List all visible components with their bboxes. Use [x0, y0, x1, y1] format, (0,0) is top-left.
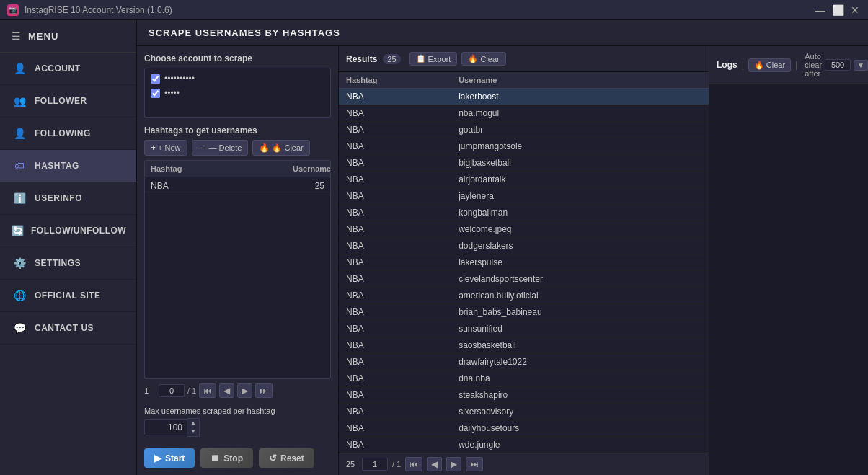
result-hashtag-cell: NBA — [339, 337, 451, 354]
export-button[interactable]: 📋 Export — [409, 52, 458, 66]
sidebar-item-account[interactable]: 👤 ACCOUNT — [0, 53, 136, 85]
row-spacer — [694, 271, 709, 288]
clear-logs-button[interactable]: 🔥 Clear — [748, 58, 791, 72]
results-table-row[interactable]: NBAnba.mogul — [339, 105, 709, 122]
results-table-row[interactable]: NBAsaosbasketball — [339, 337, 709, 354]
results-table-row[interactable]: NBAwde.jungle — [339, 437, 709, 453]
results-table-row[interactable]: NBAdailyhousetours — [339, 420, 709, 437]
sidebar-item-contactus[interactable]: 💬 CANTACT US — [0, 312, 136, 345]
results-table-row[interactable]: NBAdna.nba — [339, 370, 709, 387]
hashtag-table-row[interactable]: NBA 25 — [145, 177, 330, 195]
sidebar-item-settings[interactable]: ⚙️ SETTINGS — [0, 247, 136, 280]
results-page-input[interactable] — [362, 458, 388, 471]
sidebar-item-follower[interactable]: 👥 FOLLOWER — [0, 85, 136, 117]
results-table-row[interactable]: NBAsteakshapiro — [339, 387, 709, 404]
results-table-row[interactable]: NBAwelcome.jpeg — [339, 221, 709, 238]
account-row[interactable]: ••••• — [148, 86, 327, 100]
result-username-cell: dailyhousetours — [451, 420, 694, 437]
sidebar-item-followunfollow[interactable]: 🔄 FOLLOW/UNFOLLOW — [0, 215, 136, 247]
results-table-row[interactable]: NBAsixersadvisory — [339, 404, 709, 420]
count-cell: 25 — [287, 177, 330, 195]
row-spacer — [694, 321, 709, 337]
results-table-row[interactable]: NBAsunsunified — [339, 321, 709, 337]
restore-button[interactable]: ⬜ — [832, 4, 843, 16]
sidebar-item-officialsite[interactable]: 🌐 OFFICIAL SITE — [0, 280, 136, 312]
row-spacer — [694, 337, 709, 354]
results-table-row[interactable]: NBAamerican.bully.oficial — [339, 288, 709, 304]
first-page-button[interactable]: ⏮ — [199, 383, 216, 398]
row-spacer — [694, 254, 709, 271]
sidebar-item-label: ACCOUNT — [35, 63, 81, 74]
row-spacer — [694, 138, 709, 155]
row-spacer — [694, 155, 709, 172]
prev-page-button[interactable]: ◀ — [219, 383, 234, 398]
results-table-row[interactable]: NBAclevelandsportscenter — [339, 271, 709, 288]
new-hashtag-button[interactable]: + + New — [144, 140, 187, 156]
page-input[interactable] — [159, 384, 185, 397]
results-table-row[interactable]: NBAdrawfairytale1022 — [339, 354, 709, 370]
logs-content[interactable] — [709, 84, 868, 475]
results-table-row[interactable]: NBAjumpmangotsole — [339, 138, 709, 155]
logs-panel: Logs | 🔥 Clear | Auto clear after ▼ line… — [709, 46, 868, 475]
result-hashtag-cell: NBA — [339, 404, 451, 420]
start-button[interactable]: ▶ Start — [144, 448, 195, 468]
close-button[interactable]: ✕ — [849, 4, 861, 16]
increment-button[interactable]: ▲ — [187, 419, 199, 427]
row-spacer — [694, 304, 709, 321]
reset-button[interactable]: ↺ Reset — [259, 448, 314, 468]
results-count-footer: 25 — [346, 460, 358, 469]
decrement-button[interactable]: ▼ — [187, 427, 199, 436]
result-username-cell: wde.jungle — [451, 437, 694, 453]
results-table-row[interactable]: NBAlakerboost — [339, 89, 709, 105]
results-table-row[interactable]: NBAlakerspulse — [339, 254, 709, 271]
clear-results-button[interactable]: 🔥 Clear — [461, 52, 505, 66]
logs-clear-label: Clear — [766, 61, 785, 69]
results-first-button[interactable]: ⏮ — [405, 457, 422, 471]
hashtag-table-header: Hashtag Username — [145, 161, 330, 177]
stop-button[interactable]: ⏹ Stop — [200, 448, 253, 468]
sidebar-item-following[interactable]: 👤 FOLLOWING — [0, 117, 136, 150]
minimize-button[interactable]: — — [815, 4, 826, 16]
results-table-row[interactable]: NBAjaylenera — [339, 188, 709, 205]
row-spacer — [694, 89, 709, 105]
play-button[interactable]: ▶ — [237, 383, 252, 398]
sidebar: ☰ MENU 👤 ACCOUNT 👥 FOLLOWER 👤 FOLLOWING … — [0, 20, 137, 475]
account-checkbox-2[interactable] — [151, 89, 160, 98]
result-username-cell: drawfairytale1022 — [451, 354, 694, 370]
auto-clear-input[interactable] — [825, 59, 851, 71]
account-row[interactable]: •••••••••• — [148, 71, 327, 86]
delete-hashtag-button[interactable]: — — Delete — [192, 140, 249, 156]
results-table-wrapper[interactable]: Hashtag Username NBAlakerboostNBAnba.mog… — [339, 72, 709, 453]
hashtag-icon: 🏷 — [12, 158, 27, 174]
sidebar-menu-header[interactable]: ☰ MENU — [0, 20, 136, 53]
results-next-button[interactable]: ▶ — [446, 457, 461, 471]
result-hashtag-cell: NBA — [339, 321, 451, 337]
stop-icon: ⏹ — [211, 453, 220, 463]
results-last-button[interactable]: ⏭ — [466, 457, 483, 471]
results-table-row[interactable]: NBAbrian_babs_babineau — [339, 304, 709, 321]
result-username-cell: jaylenera — [451, 188, 694, 205]
following-icon: 👤 — [12, 125, 27, 141]
auto-clear-dropdown-button[interactable]: ▼ — [854, 60, 868, 71]
result-username-cell: airjordantalk — [451, 172, 694, 188]
result-username-cell: jumpmangotsole — [451, 138, 694, 155]
action-buttons: ▶ Start ⏹ Stop ↺ Reset — [144, 444, 331, 468]
results-table-row[interactable]: NBAgoatbr — [339, 122, 709, 138]
results-table-row[interactable]: NBAairjordantalk — [339, 172, 709, 188]
results-prev-button[interactable]: ◀ — [427, 457, 442, 471]
clear-hashtag-button[interactable]: 🔥 🔥 Clear — [252, 140, 309, 156]
start-icon: ▶ — [154, 453, 161, 463]
results-table-row[interactable]: NBAbigjbasketball — [339, 155, 709, 172]
results-table-row[interactable]: NBAdodgerslakers — [339, 238, 709, 254]
sidebar-item-userinfo[interactable]: ℹ️ USERINFO — [0, 182, 136, 215]
account-checkbox-1[interactable] — [151, 74, 160, 84]
contactus-icon: 💬 — [12, 320, 27, 336]
last-page-button[interactable]: ⏭ — [255, 383, 273, 398]
auto-clear-row: Auto clear after ▼ lines — [805, 52, 868, 78]
results-table-row[interactable]: NBAkongballman — [339, 205, 709, 221]
sidebar-item-hashtag[interactable]: 🏷 HASHTAG — [0, 150, 136, 182]
result-username-cell: dodgerslakers — [451, 238, 694, 254]
spinner-controls: ▲ ▼ — [187, 418, 200, 437]
max-scrape-input[interactable] — [144, 419, 187, 435]
result-hashtag-cell: NBA — [339, 271, 451, 288]
